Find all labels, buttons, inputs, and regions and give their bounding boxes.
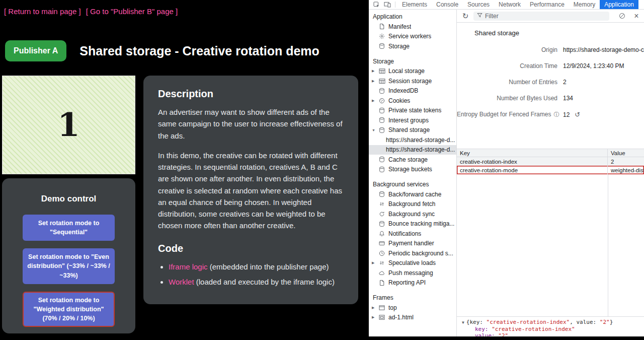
right-arrow-icon[interactable]: ▶ (372, 261, 378, 265)
preview-prop-value: "creative-rotation-index" (492, 326, 575, 332)
metadata-value: 12/9/2024, 1:23:40 PM (563, 62, 644, 70)
right-arrow-icon[interactable]: ▶ (372, 99, 378, 103)
demo-control-title: Demo control (41, 194, 97, 204)
fetch-arrows-icon (378, 201, 386, 207)
sidebar-item-payment-handler[interactable]: Payment handler (369, 239, 456, 249)
sidebar-item-storage-buckets[interactable]: Storage buckets (369, 165, 456, 175)
code-link-worklet[interactable]: Worklet (169, 278, 194, 286)
sidebar-item-local-storage[interactable]: ▶Local storage (369, 66, 456, 77)
sidebar-item-bounce-tracking-mitiga[interactable]: Bounce tracking mitiga... (369, 219, 456, 229)
sidebar-item-speculative-loads[interactable]: ▶Speculative loads (369, 258, 456, 268)
preview-string: "creative-rotation-index" (487, 319, 570, 325)
return-to-main-link[interactable]: [ Return to main page ] (4, 7, 81, 16)
storage-table: Key Value creative-rotation-index2creati… (457, 149, 644, 316)
sidebar-item-cache-storage[interactable]: Cache storage (369, 155, 456, 165)
sidebar-item-back-forward-cache[interactable]: Back/forward cache (369, 189, 456, 199)
devtools-tab-application[interactable]: Application (600, 0, 638, 9)
filter-box[interactable] (473, 12, 609, 21)
sidebar-item-service-workers[interactable]: Service workers (369, 32, 456, 42)
storage-entry-row-creative-rotation-mode[interactable]: creative-rotation-modeweighted-distribut… (457, 166, 644, 174)
value-preview-pane: ▼{key: "creative-rotation-index", value:… (457, 316, 644, 336)
button-set-rotation-mode-to-even-distribution-33-33[interactable]: Set rotation mode to "Even distribution"… (23, 248, 115, 284)
clear-icon[interactable] (616, 10, 627, 22)
devtools-tabs: ElementsConsoleSourcesNetworkPerformance… (397, 0, 638, 9)
devtools-tab-sources[interactable]: Sources (463, 0, 494, 9)
sidebar-item-label: Storage (388, 43, 410, 50)
entry-value: weighted-distribution (608, 166, 644, 174)
button-set-rotation-mode-to-sequential[interactable]: Set rotation mode to "Sequential" (23, 215, 115, 241)
sidebar-item-label: IndexedDB (388, 87, 418, 94)
sidebar-item-background-fetch[interactable]: Background fetch (369, 199, 456, 210)
sidebar-item-label: Notifications (388, 230, 421, 237)
sidebar-item-cookies[interactable]: ▶Cookies (369, 96, 456, 106)
sidebar-section-application: Application (369, 12, 456, 22)
sidebar-item-reporting-api[interactable]: Reporting API (369, 278, 456, 288)
button-set-rotation-mode-to-weighted-distribution-7[interactable]: Set rotation mode to "Weighted distribut… (23, 292, 115, 327)
database-icon (378, 127, 386, 133)
storage-entry-row-creative-rotation-index[interactable]: creative-rotation-index2 (457, 157, 644, 166)
right-arrow-icon[interactable]: ▶ (372, 306, 378, 310)
sidebar-item-session-storage[interactable]: ▶Session storage (369, 76, 456, 86)
column-header-value[interactable]: Value (608, 149, 644, 157)
metadata-row-origin: Originhttps://shared-storage-demo-co (457, 42, 644, 58)
down-arrow-icon[interactable]: ▼ (372, 128, 378, 132)
devtools-tab-console[interactable]: Console (432, 0, 463, 9)
devtools-tab-performance[interactable]: Performance (525, 0, 569, 9)
sidebar-item-push-messaging[interactable]: Push messaging (369, 268, 456, 278)
expand-arrow-icon[interactable]: ▼ (462, 320, 464, 325)
column-header-key[interactable]: Key (457, 149, 608, 157)
code-link-iframe-logic[interactable]: Iframe logic (169, 262, 208, 271)
right-arrow-icon[interactable]: ▶ (372, 315, 378, 319)
table-icon (378, 78, 386, 84)
publisher-b-link[interactable]: [ Go to "Publisher B" page ] (86, 7, 178, 16)
filter-input[interactable] (485, 13, 606, 20)
right-arrow-icon[interactable]: ▶ (372, 69, 378, 73)
iframe-icon (378, 314, 386, 320)
device-toolbar-icon[interactable] (382, 0, 393, 9)
database-icon (378, 221, 386, 227)
sidebar-item-private-state-tokens[interactable]: Private state tokens (369, 106, 456, 116)
sidebar-item-indexeddb[interactable]: IndexedDB (369, 86, 456, 96)
reset-budget-icon[interactable]: ↺ (575, 111, 580, 118)
sidebar-item-label: Bounce tracking mitiga... (388, 220, 454, 227)
sidebar-item-storage[interactable]: Storage (369, 41, 456, 51)
metadata-label: Origin (457, 46, 557, 53)
preview-property-key: key: "creative-rotation-index" (462, 326, 641, 332)
sidebar-item-label: Manifest (388, 23, 411, 30)
sidebar-item-ad-1-html[interactable]: ▶ad-1.html (369, 313, 456, 323)
metadata-value: https://shared-storage-demo-co (563, 46, 644, 53)
sidebar-item-label: ad-1.html (388, 314, 414, 321)
database-icon (378, 43, 386, 49)
cookie-icon (378, 98, 386, 104)
sidebar-section-background-services: Background services (369, 179, 456, 189)
right-arrow-icon[interactable]: ▶ (372, 79, 378, 83)
database-icon (378, 191, 386, 197)
metadata-row-number-of-entries: Number of Entries2 (457, 74, 644, 90)
payment-card-icon (378, 240, 386, 246)
info-icon[interactable]: ⓘ (553, 111, 559, 117)
sidebar-item-manifest[interactable]: Manifest (369, 22, 456, 32)
inspect-icon[interactable] (371, 0, 382, 9)
devtools-tab-network[interactable]: Network (494, 0, 525, 9)
sidebar-item-top[interactable]: ▶top (369, 303, 456, 313)
sidebar-item-background-sync[interactable]: Background sync (369, 209, 456, 219)
database-icon (378, 156, 386, 163)
publisher-page: [ Return to main page ] [ Go to "Publish… (0, 0, 369, 340)
entry-key: creative-rotation-index (457, 157, 608, 166)
page-title: Shared storage - Creative rotation demo (79, 44, 319, 58)
delete-icon[interactable]: × (631, 10, 642, 22)
devtools-main: ↻ × Shared storage Originhttps://shared-… (457, 10, 644, 336)
preview-prop-name: value: (475, 332, 498, 336)
devtools-tab-memory[interactable]: Memory (569, 0, 600, 9)
sidebar-item-interest-groups[interactable]: Interest groups (369, 115, 456, 125)
database-icon (378, 107, 386, 114)
sidebar-item-periodic-background-s[interactable]: Periodic background s... (369, 248, 456, 258)
devtools-tab-elements[interactable]: Elements (397, 0, 432, 9)
refresh-icon[interactable]: ↻ (461, 10, 470, 22)
sidebar-item-https-shared-storage-d[interactable]: https://shared-storage-d... (369, 145, 456, 155)
sidebar-item-https-shared-storage-d[interactable]: https://shared-storage-d... (369, 135, 456, 145)
sidebar-item-label: Service workers (388, 33, 431, 40)
sidebar-item-notifications[interactable]: Notifications (369, 229, 456, 239)
sidebar-item-shared-storage[interactable]: ▼Shared storage (369, 125, 456, 135)
screen: [ Return to main page ] [ Go to "Publish… (0, 0, 644, 340)
